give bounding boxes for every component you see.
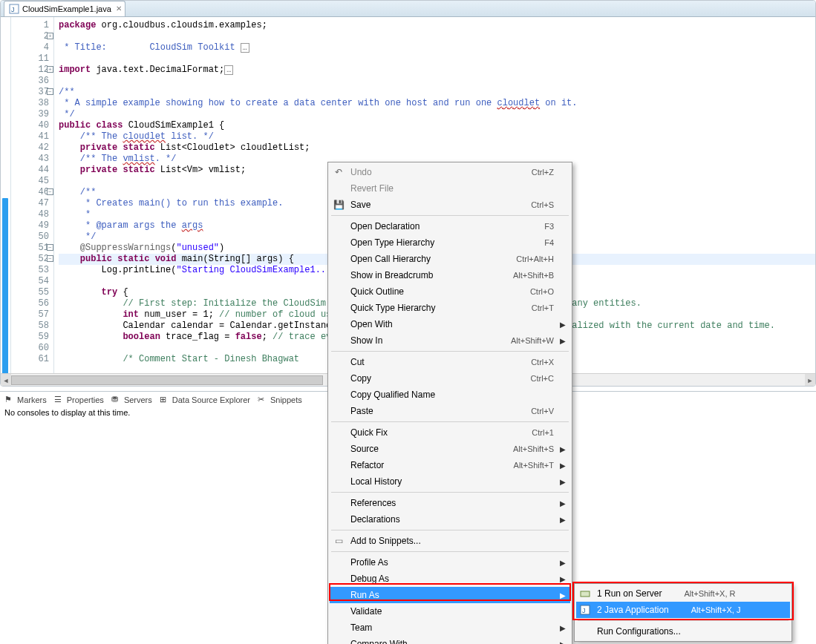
tab-servers[interactable]: ⛃Servers: [111, 395, 152, 405]
menu-show-in-breadcrumb[interactable]: Show in BreadcrumbAlt+Shift+B: [330, 267, 570, 283]
dse-icon: ⊞: [160, 395, 170, 405]
scroll-right-arrow[interactable]: ►: [805, 374, 815, 387]
context-menu: ↶UndoCtrl+Z Revert File 💾SaveCtrl+S Open…: [327, 162, 572, 418]
menu-quick-type-hierarchy[interactable]: Quick Type HierarchyCtrl+T: [330, 300, 570, 316]
tab-snippets[interactable]: ✂Snippets: [258, 395, 302, 405]
menu-open-type-hierarchy[interactable]: Open Type HierarchyF4: [330, 234, 570, 251]
tab-markers[interactable]: ⚑Markers: [4, 395, 47, 405]
menu-copy-qualified-name[interactable]: Copy Qualified Name: [330, 387, 570, 403]
menu-open-call-hierarchy[interactable]: Open Call HierarchyCtrl+Alt+H: [330, 251, 570, 267]
markers-icon: ⚑: [4, 395, 15, 405]
menu-undo[interactable]: ↶UndoCtrl+Z: [330, 164, 570, 180]
menu-revert-file[interactable]: Revert File: [330, 180, 570, 197]
editor-tab-active[interactable]: J CloudSimExample1.java ✕: [4, 1, 125, 16]
tab-data-source-explorer[interactable]: ⊞Data Source Explorer: [160, 395, 250, 405]
menu-show-in[interactable]: Show InAlt+Shift+W▶: [330, 332, 570, 349]
servers-icon: ⛃: [111, 395, 122, 405]
close-icon[interactable]: ✕: [116, 4, 122, 13]
undo-icon: ↶: [333, 166, 345, 178]
menu-separator: [331, 351, 569, 352]
menu-cut[interactable]: CutCtrl+X: [330, 354, 570, 370]
line-number-gutter: 12+41112+3637−383940414243444546−4748495…: [11, 17, 54, 373]
menu-open-with[interactable]: Open With▶: [330, 316, 570, 332]
java-file-icon: J: [9, 4, 19, 14]
submenu-arrow-icon: ▶: [560, 337, 566, 345]
svg-text:J: J: [11, 6, 15, 13]
menu-copy[interactable]: CopyCtrl+C: [330, 370, 570, 387]
tab-filename: CloudSimExample1.java: [22, 4, 111, 13]
menu-separator: [331, 215, 569, 216]
menu-paste[interactable]: PasteCtrl+V: [330, 403, 570, 418]
tab-properties[interactable]: ☰Properties: [54, 395, 104, 405]
editor-tab-bar: J CloudSimExample1.java ✕: [1, 1, 815, 17]
submenu-arrow-icon: ▶: [560, 321, 566, 329]
menu-quick-outline[interactable]: Quick OutlineCtrl+O: [330, 283, 570, 300]
scroll-thumb[interactable]: [11, 375, 323, 385]
marker-bar: [1, 17, 11, 373]
menu-open-declaration[interactable]: Open DeclarationF3: [330, 218, 570, 234]
scroll-left-arrow[interactable]: ◄: [1, 374, 11, 387]
properties-icon: ☰: [54, 395, 65, 405]
save-icon: 💾: [333, 199, 345, 211]
menu-save[interactable]: 💾SaveCtrl+S: [330, 197, 570, 213]
snippets-icon: ✂: [258, 395, 268, 405]
